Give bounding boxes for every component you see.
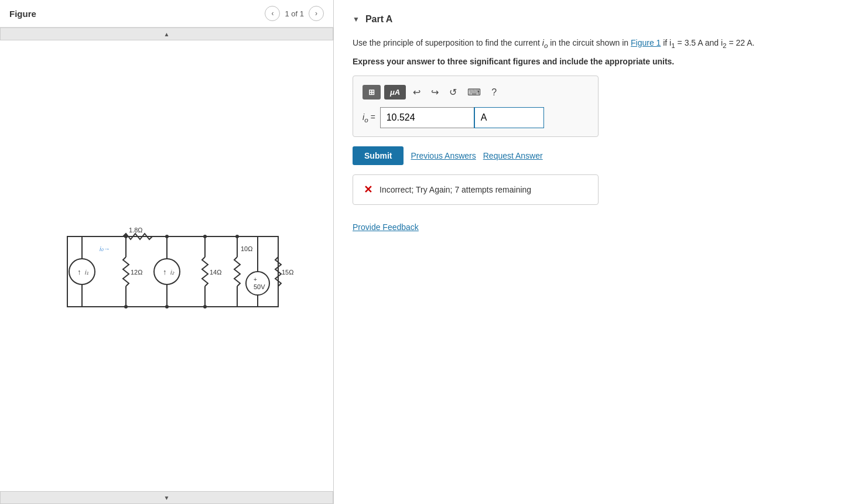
answer-instruction: Express your answer to three significant… [353, 57, 846, 66]
resistor-1-8-label: 1.8Ω [129, 227, 143, 234]
source-i2-arrow: ↑ [163, 268, 167, 276]
resistor-15-label: 15Ω [282, 269, 293, 276]
i1-label: i₁ [85, 269, 88, 276]
question-text-part3: if i1 = 3.5 A and i2 = 22 A. [661, 38, 754, 47]
figure-header: Figure ‹ 1 of 1 › [0, 0, 333, 28]
voltage-source-plus: + [254, 276, 257, 283]
left-panel: Figure ‹ 1 of 1 › ▲ 1.8Ω [0, 0, 334, 504]
figure-nav: ‹ 1 of 1 › [265, 6, 324, 21]
resistor-14-label: 14Ω [210, 269, 221, 276]
io-arrow: i₀→ [100, 245, 110, 252]
matrix-button[interactable]: ⊞ [363, 85, 381, 100]
circuit-container: 1.8Ω ↑ i₁ i₀→ 12Ω ↑ [0, 40, 333, 491]
input-row: io = [363, 107, 589, 128]
value-input[interactable] [380, 107, 474, 128]
keyboard-button[interactable]: ⌨ [464, 84, 484, 100]
matrix-icon: ⊞ [368, 88, 375, 97]
undo-button[interactable]: ↩ [409, 84, 424, 100]
question-text: Use the principle of superposition to fi… [353, 36, 846, 51]
figure-link[interactable]: Figure 1 [631, 38, 661, 47]
provide-feedback-button[interactable]: Provide Feedback [353, 222, 419, 232]
svg-point-4 [69, 259, 95, 284]
svg-point-25 [124, 305, 128, 308]
input-label: io = [363, 112, 375, 124]
svg-point-9 [154, 259, 180, 284]
figure-scroll-area: 1.8Ω ↑ i₁ i₀→ 12Ω ↑ [0, 40, 333, 491]
feedback-text: Incorrect; Try Again; 7 attempts remaini… [379, 185, 531, 194]
help-button[interactable]: ? [488, 85, 500, 100]
submit-button[interactable]: Submit [353, 146, 404, 165]
redo-button[interactable]: ↪ [428, 84, 442, 100]
part-header: ▼ Part A [353, 14, 846, 25]
toolbar: ⊞ μA ↩ ↪ ↺ ⌨ ? [363, 84, 589, 100]
previous-answers-button[interactable]: Previous Answers [411, 151, 476, 160]
reset-button[interactable]: ↺ [446, 84, 460, 100]
collapse-arrow-icon[interactable]: ▼ [353, 15, 360, 23]
right-panel: ▼ Part A Use the principle of superposit… [334, 0, 865, 504]
source-i1-arrow: ↑ [77, 268, 81, 276]
svg-point-22 [165, 235, 169, 238]
resistor-10-label: 10Ω [241, 245, 252, 252]
scroll-up-button[interactable]: ▲ [0, 28, 333, 40]
svg-point-21 [124, 235, 128, 238]
voltage-source-value: 50V [254, 283, 265, 290]
answer-box: ⊞ μA ↩ ↪ ↺ ⌨ ? io = [353, 76, 599, 137]
question-text-part2: in the circuit shown in [548, 38, 631, 47]
figure-next-btn[interactable]: › [309, 6, 324, 21]
scroll-down-button[interactable]: ▼ [0, 491, 333, 504]
current-variable: io [542, 38, 548, 47]
action-row: Submit Previous Answers Request Answer [353, 146, 846, 165]
svg-point-27 [203, 305, 207, 308]
figure-prev-btn[interactable]: ‹ [265, 6, 280, 21]
circuit-diagram: 1.8Ω ↑ i₁ i₀→ 12Ω ↑ [38, 207, 296, 324]
unit-input[interactable] [474, 107, 544, 128]
svg-point-24 [235, 235, 239, 238]
units-button[interactable]: μA [384, 85, 406, 100]
request-answer-button[interactable]: Request Answer [483, 151, 543, 160]
part-title: Part A [365, 14, 393, 25]
figure-title: Figure [9, 9, 36, 19]
resistor-12-label: 12Ω [131, 269, 142, 276]
question-text-part1: Use the principle of superposition to fi… [353, 38, 542, 47]
i2-label: i₂ [170, 269, 175, 276]
feedback-box: ✕ Incorrect; Try Again; 7 attempts remai… [353, 174, 599, 205]
error-icon: ✕ [364, 183, 372, 196]
svg-point-23 [203, 235, 207, 238]
svg-point-26 [165, 305, 169, 308]
figure-page-label: 1 of 1 [285, 9, 304, 18]
